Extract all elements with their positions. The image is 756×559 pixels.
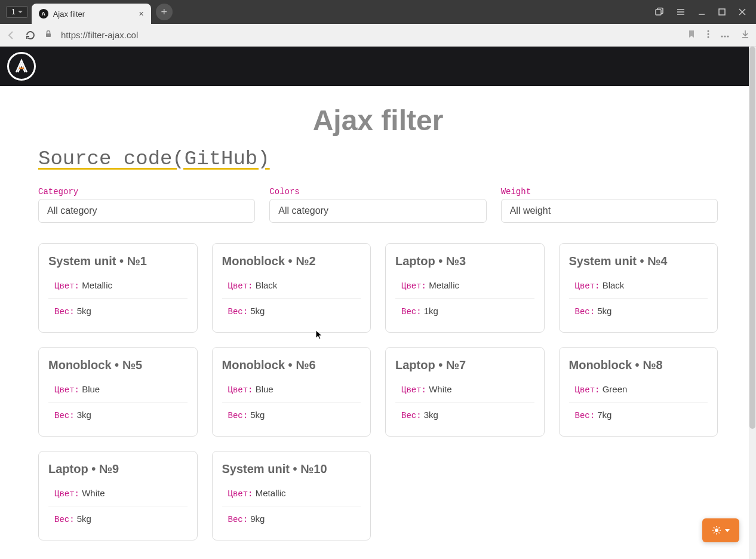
new-tab-button[interactable]: + (156, 4, 173, 20)
minimize-icon[interactable] (697, 7, 706, 17)
filter-colors-select[interactable]: All category (269, 199, 486, 223)
color-label: Цвет: (54, 385, 79, 395)
product-card: Monoblock • №8Цвет: GreenВес: 7kg (559, 347, 718, 437)
svg-point-12 (721, 35, 723, 37)
back-icon (6, 30, 17, 41)
svg-rect-15 (19, 67, 24, 69)
filter-weight-select[interactable]: All weight (501, 199, 718, 223)
maximize-icon[interactable] (718, 7, 726, 17)
product-title: Monoblock • №6 (222, 358, 361, 372)
url-text[interactable]: https://filter-ajax.col (61, 30, 678, 40)
browser-tab-active[interactable]: A Ajax filter × (32, 4, 151, 24)
tab-counter-value: 1 (11, 8, 16, 16)
svg-rect-0 (656, 10, 661, 15)
lock-icon[interactable] (44, 30, 53, 41)
site-logo[interactable] (7, 52, 36, 81)
weight-value: 5kg (250, 410, 265, 420)
product-grid: System unit • №1Цвет: MetallicВес: 5kgMo… (38, 243, 718, 540)
color-value: Blue (256, 384, 273, 394)
product-card: System unit • №4Цвет: BlackВес: 5kg (559, 243, 718, 333)
weight-label: Вес: (228, 307, 248, 317)
weight-value: 5kg (77, 306, 91, 316)
menu-icon[interactable] (676, 7, 686, 17)
weight-value: 5kg (250, 306, 265, 316)
product-color-row: Цвет: Metallic (222, 484, 361, 502)
color-label: Цвет: (575, 385, 600, 395)
weight-label: Вес: (228, 411, 248, 420)
close-icon[interactable]: × (139, 9, 144, 19)
filter-row: Category All category Colors All categor… (38, 187, 718, 223)
reload-icon[interactable] (25, 30, 36, 41)
scrollbar[interactable] (749, 47, 756, 559)
svg-line-24 (719, 527, 720, 529)
browser-titlebar: 1 A Ajax filter × + (0, 0, 756, 24)
favicon-icon: A (39, 9, 48, 19)
weight-label: Вес: (54, 411, 75, 420)
product-color-row: Цвет: White (48, 484, 188, 502)
product-weight-row: Вес: 7kg (569, 402, 708, 424)
product-card: Monoblock • №5Цвет: BlueВес: 3kg (38, 347, 198, 437)
weight-label: Вес: (401, 411, 422, 420)
color-label: Цвет: (401, 385, 426, 395)
weight-value: 3kg (77, 410, 91, 420)
svg-line-22 (719, 533, 720, 534)
filter-weight-label: Weight (501, 187, 718, 196)
svg-point-13 (724, 35, 726, 37)
weight-label: Вес: (228, 515, 248, 524)
weight-value: 5kg (77, 514, 91, 524)
product-weight-row: Вес: 9kg (222, 506, 361, 528)
weight-value: 7kg (597, 410, 611, 420)
product-card: System unit • №1Цвет: MetallicВес: 5kg (38, 243, 198, 333)
filter-category-select[interactable]: All category (38, 199, 255, 223)
bookmark-icon[interactable] (687, 29, 696, 41)
theme-toggle-button[interactable] (702, 518, 739, 542)
weight-value: 9kg (250, 514, 265, 524)
scrollbar-thumb[interactable] (749, 47, 755, 429)
color-label: Цвет: (228, 489, 253, 499)
color-value: White (82, 488, 105, 498)
product-title: System unit • №4 (569, 254, 708, 268)
url-bar-row: https://filter-ajax.col (0, 24, 756, 47)
svg-point-11 (708, 36, 709, 38)
weight-label: Вес: (401, 307, 422, 317)
color-label: Цвет: (575, 281, 600, 291)
svg-point-9 (708, 30, 709, 32)
color-value: Metallic (82, 280, 112, 290)
weight-value: 5kg (597, 306, 611, 316)
product-title: System unit • №1 (48, 254, 188, 268)
color-label: Цвет: (54, 489, 79, 499)
product-weight-row: Вес: 5kg (222, 402, 361, 424)
source-code-link[interactable]: Source code(GitHub) (38, 148, 270, 170)
color-value: Black (603, 280, 625, 290)
product-title: Monoblock • №5 (48, 358, 188, 372)
page-viewport: Ajax filter Source code(GitHub) Category… (0, 47, 756, 559)
svg-rect-5 (719, 9, 725, 15)
weight-label: Вес: (54, 307, 75, 317)
product-weight-row: Вес: 5kg (48, 298, 188, 320)
svg-rect-8 (46, 33, 51, 37)
sun-icon (712, 526, 721, 535)
kebab-icon[interactable] (707, 29, 709, 41)
product-card: Laptop • №9Цвет: WhiteВес: 5kg (38, 451, 198, 540)
product-title: Monoblock • №2 (222, 254, 361, 268)
site-header (0, 47, 756, 86)
product-card: Laptop • №7Цвет: WhiteВес: 3kg (385, 347, 545, 437)
product-color-row: Цвет: Green (569, 380, 708, 398)
filter-colors-label: Colors (269, 187, 486, 196)
weight-value: 3kg (424, 410, 438, 420)
download-icon[interactable] (740, 29, 750, 41)
product-weight-row: Вес: 5kg (48, 506, 188, 528)
color-value: Metallic (256, 488, 286, 498)
color-value: Green (603, 384, 628, 394)
product-weight-row: Вес: 3kg (48, 402, 188, 424)
svg-point-10 (708, 33, 709, 35)
more-icon[interactable] (720, 29, 730, 41)
weight-label: Вес: (54, 515, 75, 524)
product-title: Laptop • №7 (395, 358, 534, 372)
weight-label: Вес: (575, 411, 595, 420)
tab-counter[interactable]: 1 (6, 6, 28, 18)
color-value: Metallic (429, 280, 459, 290)
window-close-icon[interactable] (738, 7, 746, 17)
product-card: System unit • №10Цвет: MetallicВес: 9kg (212, 451, 371, 540)
tabs-overview-icon[interactable] (654, 7, 664, 17)
